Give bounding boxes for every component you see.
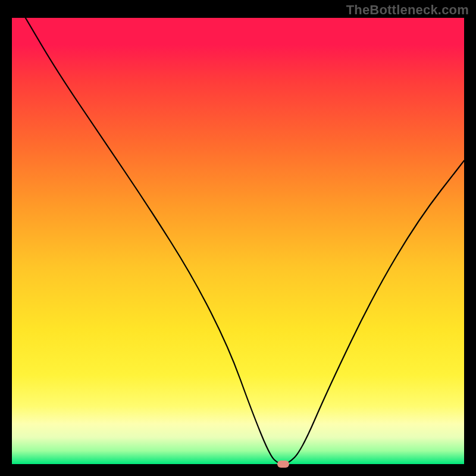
optimal-marker [277, 461, 289, 468]
plot-area [12, 18, 464, 464]
bottleneck-curve [12, 18, 464, 464]
watermark-text: TheBottleneck.com [346, 2, 469, 18]
chart-frame: TheBottleneck.com [0, 0, 476, 476]
